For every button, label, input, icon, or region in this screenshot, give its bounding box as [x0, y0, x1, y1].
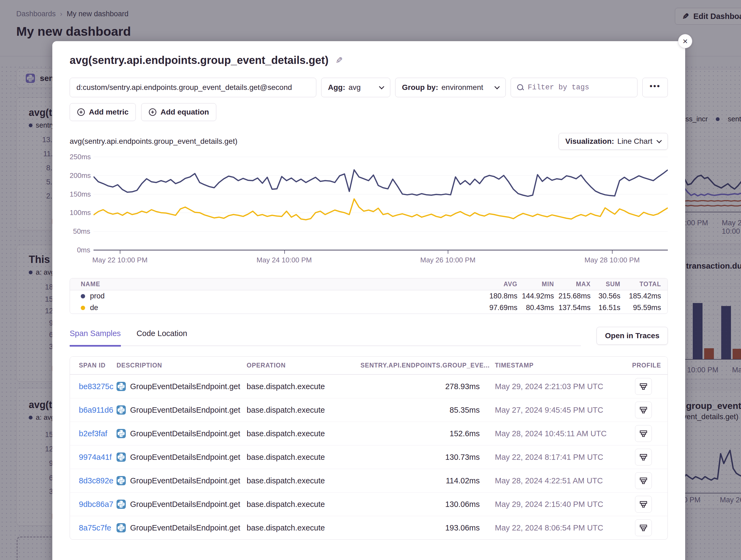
- x-axis-tick: May 26 10:00 PM: [420, 256, 476, 264]
- span-operation: base.dispatch.execute: [247, 382, 360, 391]
- table-row[interactable]: 8a75c7fe GroupEventDetailsEndpoint.get b…: [70, 516, 668, 540]
- span-duration: 152.6ms: [360, 429, 480, 438]
- span-id-link[interactable]: 9974a41f: [79, 453, 112, 462]
- span-id-link[interactable]: be83275c: [79, 382, 113, 391]
- span-description: GroupEventDetailsEndpoint.get: [130, 500, 240, 509]
- summary-row-de[interactable]: de 97.69ms 80.43ms 137.54ms 16.51s 95.59…: [70, 302, 668, 314]
- span-duration: 85.35ms: [360, 406, 480, 415]
- table-row[interactable]: 9974a41f GroupEventDetailsEndpoint.get b…: [70, 445, 668, 469]
- profile-button[interactable]: [635, 472, 652, 489]
- span-duration: 193.06ms: [360, 524, 480, 532]
- metric-query-field[interactable]: [70, 78, 316, 97]
- span-id-link[interactable]: 8d3c892e: [79, 476, 113, 485]
- profile-flamegraph-icon: [639, 382, 648, 391]
- span-description: GroupEventDetailsEndpoint.get: [130, 524, 240, 532]
- plus-circle-icon: [148, 108, 157, 116]
- chevron-down-icon: [657, 138, 662, 143]
- profile-button[interactable]: [635, 449, 652, 466]
- x-axis-tick: May 22 10:00 PM: [92, 256, 148, 264]
- series-name: prod: [90, 292, 105, 300]
- profile-button[interactable]: [635, 402, 652, 418]
- agg-value: avg: [348, 83, 361, 92]
- python-icon: [117, 405, 126, 415]
- agg-dropdown[interactable]: Agg: avg: [321, 78, 390, 97]
- span-samples-table: SPAN ID DESCRIPTION OPERATION SENTRY.API…: [70, 356, 668, 540]
- summary-header-min: MIN: [518, 281, 554, 288]
- visualization-label: Visualization:: [565, 137, 614, 146]
- profile-button[interactable]: [635, 496, 652, 512]
- metric-line-chart[interactable]: 250ms 200ms 150ms 100ms 50ms 0ms: [70, 157, 668, 268]
- group-by-value: environment: [442, 83, 483, 92]
- add-metric-button[interactable]: Add metric: [70, 103, 136, 121]
- span-timestamp: May 29, 2024 2:21:03 PM UTC: [480, 382, 624, 391]
- agg-label: Agg:: [328, 83, 345, 92]
- filter-tags-input[interactable]: [528, 83, 631, 91]
- span-operation: base.dispatch.execute: [247, 453, 360, 462]
- add-equation-button[interactable]: Add equation: [141, 103, 216, 121]
- profile-flamegraph-icon: [639, 477, 648, 485]
- span-id-link[interactable]: b6a911d6: [79, 406, 113, 414]
- summary-row-prod[interactable]: prod 180.8ms 144.92ms 215.68ms 30.56s 18…: [70, 290, 668, 302]
- add-equation-label: Add equation: [160, 108, 209, 116]
- series-avg: 97.69ms: [481, 304, 518, 312]
- profile-flamegraph-icon: [639, 524, 648, 532]
- span-operation: base.dispatch.execute: [247, 429, 360, 438]
- python-icon: [117, 523, 126, 532]
- summary-header-max: MAX: [554, 281, 591, 288]
- metric-query-input[interactable]: [76, 83, 310, 92]
- x-axis-tick: May 28 10:00 PM: [585, 256, 640, 264]
- edit-title-icon[interactable]: ✎: [336, 55, 343, 66]
- summary-header-row: NAME AVG MIN MAX SUM TOTAL: [70, 278, 668, 290]
- close-icon[interactable]: ×: [678, 34, 692, 48]
- profile-button[interactable]: [635, 425, 652, 442]
- table-row[interactable]: be83275c GroupEventDetailsEndpoint.get b…: [70, 375, 668, 398]
- span-id-link[interactable]: b2ef3faf: [79, 429, 107, 438]
- span-operation: base.dispatch.execute: [247, 500, 360, 509]
- metric-details-modal: × avg(sentry.api.endpoints.group_event_d…: [52, 41, 685, 560]
- series-total: 185.42ms: [620, 292, 661, 300]
- group-by-label: Group by:: [402, 83, 438, 92]
- group-by-dropdown[interactable]: Group by: environment: [395, 78, 506, 97]
- table-row[interactable]: b6a911d6 GroupEventDetailsEndpoint.get b…: [70, 398, 668, 422]
- python-icon: [117, 429, 126, 438]
- overflow-menu-button[interactable]: •••: [642, 78, 668, 97]
- table-row[interactable]: 9dbc86a7 GroupEventDetailsEndpoint.get b…: [70, 492, 668, 516]
- samples-header-span-id: SPAN ID: [70, 362, 117, 369]
- span-description: GroupEventDetailsEndpoint.get: [130, 406, 240, 415]
- y-axis-tick: 200ms: [70, 171, 90, 180]
- series-color-dot-icon: [81, 294, 85, 299]
- samples-header-row: SPAN ID DESCRIPTION OPERATION SENTRY.API…: [70, 356, 668, 375]
- tab-span-samples[interactable]: Span Samples: [70, 329, 121, 347]
- span-duration: 114.02ms: [360, 476, 480, 485]
- x-axis-tick: May 24 10:00 PM: [257, 256, 312, 264]
- visualization-value: Line Chart: [617, 137, 652, 146]
- samples-header-operation: OPERATION: [247, 362, 360, 369]
- plus-circle-icon: [77, 108, 85, 116]
- profile-button[interactable]: [635, 519, 652, 536]
- search-icon: [517, 84, 524, 91]
- series-min: 80.43ms: [518, 304, 554, 312]
- chart-plot-area[interactable]: May 22 10:00 PM May 24 10:00 PM May 26 1…: [93, 157, 668, 250]
- filter-tags-field[interactable]: [511, 78, 637, 97]
- span-description: GroupEventDetailsEndpoint.get: [130, 476, 240, 485]
- tab-code-location[interactable]: Code Location: [137, 329, 187, 345]
- screen: Dashboards › My new dashboard My new das…: [0, 0, 741, 560]
- span-timestamp: May 28, 2024 4:22:51 AM UTC: [480, 476, 624, 485]
- span-timestamp: May 22, 2024 8:17:41 PM UTC: [480, 453, 624, 462]
- table-row[interactable]: b2ef3faf GroupEventDetailsEndpoint.get b…: [70, 422, 668, 445]
- span-id-link[interactable]: 9dbc86a7: [79, 500, 113, 508]
- profile-button[interactable]: [635, 378, 652, 395]
- y-axis-tick: 0ms: [70, 246, 90, 254]
- span-description: GroupEventDetailsEndpoint.get: [130, 453, 240, 462]
- span-id-link[interactable]: 8a75c7fe: [79, 524, 111, 532]
- visualization-dropdown[interactable]: Visualization: Line Chart: [558, 133, 668, 150]
- python-icon: [117, 476, 126, 485]
- chevron-down-icon: [379, 84, 384, 89]
- series-de-line: [93, 157, 668, 250]
- span-timestamp: May 29, 2024 2:15:40 PM UTC: [480, 500, 624, 509]
- table-row[interactable]: 8d3c892e GroupEventDetailsEndpoint.get b…: [70, 469, 668, 492]
- summary-header-name: NAME: [70, 281, 481, 288]
- span-description: GroupEventDetailsEndpoint.get: [130, 382, 240, 391]
- open-in-traces-button[interactable]: Open in Traces: [597, 327, 668, 345]
- span-operation: base.dispatch.execute: [247, 524, 360, 532]
